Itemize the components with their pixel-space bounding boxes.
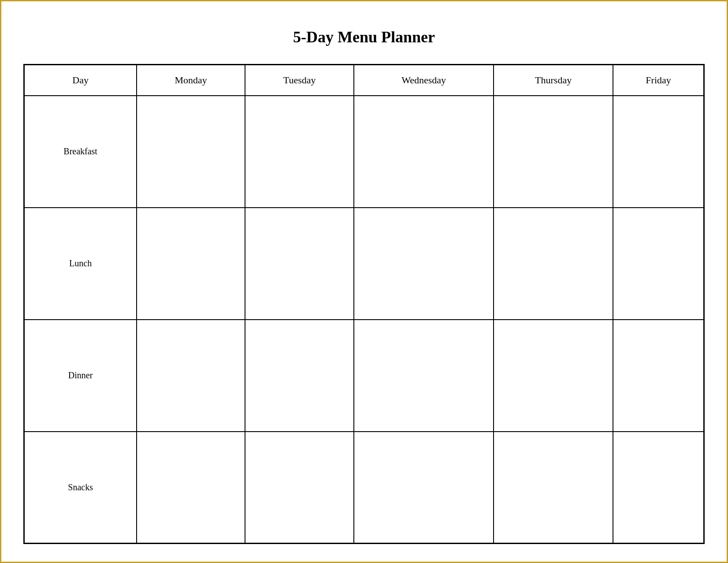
lunch-friday-cell[interactable] [613,208,704,320]
meal-label-lunch: Lunch [24,208,137,320]
snacks-monday-cell[interactable] [137,432,245,544]
dinner-row: Dinner [24,320,704,432]
meal-label-breakfast: Breakfast [24,96,137,208]
snacks-friday-cell[interactable] [613,432,704,544]
breakfast-monday-cell[interactable] [137,96,245,208]
meal-label-snacks: Snacks [24,432,137,544]
snacks-wednesday-cell[interactable] [354,432,494,544]
dinner-wednesday-cell[interactable] [354,320,494,432]
lunch-monday-cell[interactable] [137,208,245,320]
page-title: 5-Day Menu Planner [293,28,435,46]
header-monday: Monday [137,65,245,96]
header-thursday: Thursday [494,65,613,96]
meal-label-dinner: Dinner [24,320,137,432]
breakfast-thursday-cell[interactable] [494,96,613,208]
lunch-wednesday-cell[interactable] [354,208,494,320]
lunch-row: Lunch [24,208,704,320]
breakfast-friday-cell[interactable] [613,96,704,208]
dinner-thursday-cell[interactable] [494,320,613,432]
snacks-tuesday-cell[interactable] [245,432,354,544]
lunch-thursday-cell[interactable] [494,208,613,320]
header-row: Day Monday Tuesday Wednesday Thursday Fr… [24,65,704,96]
dinner-monday-cell[interactable] [137,320,245,432]
breakfast-row: Breakfast [24,96,704,208]
header-friday: Friday [613,65,704,96]
header-tuesday: Tuesday [245,65,354,96]
planner-table: Day Monday Tuesday Wednesday Thursday Fr… [23,64,705,544]
header-wednesday: Wednesday [354,65,494,96]
dinner-friday-cell[interactable] [613,320,704,432]
lunch-tuesday-cell[interactable] [245,208,354,320]
breakfast-tuesday-cell[interactable] [245,96,354,208]
snacks-thursday-cell[interactable] [494,432,613,544]
dinner-tuesday-cell[interactable] [245,320,354,432]
header-day: Day [24,65,137,96]
breakfast-wednesday-cell[interactable] [354,96,494,208]
snacks-row: Snacks [24,432,704,544]
